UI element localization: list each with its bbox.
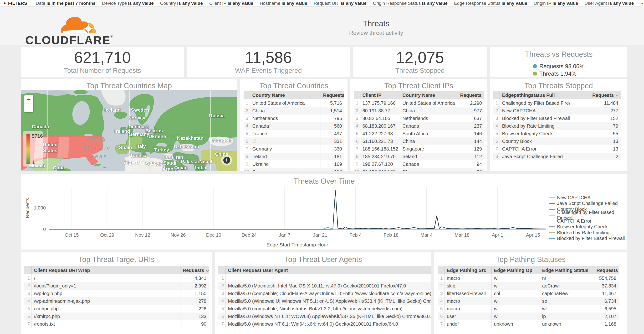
zoom-out-button[interactable]: − (24, 104, 33, 112)
country-label: Pakistan (181, 159, 200, 165)
stat-card-waf-events: 11,586 WAF Events Triggered (187, 47, 350, 77)
country-label: Uzbekistan (174, 144, 199, 150)
filter-item[interactable]: Request URIis any value (314, 1, 366, 6)
row-number: 6 (354, 137, 360, 145)
table-cell: 237 (458, 122, 484, 130)
filter-item[interactable]: Countryis any value (160, 1, 203, 6)
table-row: 5Mozilla/5.0 (compatible; Nimbostratus-B… (218, 305, 432, 312)
scale-max-value: 5716 (32, 133, 43, 139)
filter-item[interactable]: Origin Response Statusis any value (373, 1, 447, 6)
table-cell: 13 (570, 137, 621, 145)
table-cell: wl (492, 312, 540, 320)
table-cell: Challenged by Filter Based Firewall (500, 99, 570, 107)
table-row: 1061.160.247.137China90 (354, 168, 484, 171)
table-row: 3Mozilla/5.0 (compatible; CloudFlare-Alw… (218, 290, 432, 297)
row-number: 2 (244, 107, 250, 115)
chart-legend-item[interactable]: Blocked by Filter Based Firewall (549, 236, 627, 242)
info-icon[interactable]: i (221, 155, 232, 166)
column-header-label: Country Name (252, 93, 285, 98)
row-number: 1 (24, 274, 32, 282)
table-cell: 181 (320, 153, 344, 160)
chevron-down-icon (483, 93, 484, 96)
table-cell: 37,834 (594, 282, 619, 290)
filter-item[interactable]: Edge Response Statusis any value (454, 1, 527, 6)
row-number: 8 (493, 153, 500, 160)
filter-item[interactable]: Client IPis any value (209, 1, 253, 6)
chart-legend-item[interactable]: Java Script Challenge Failed (549, 201, 627, 207)
table-cell: China (250, 107, 320, 115)
filter-list: Dateis in the past 7 monthsDevice Typeis… (36, 1, 644, 6)
table-row: 3/wp-login.php1,150 (24, 290, 209, 297)
data-table: Client IPCountry NameRequests1137.175.79… (354, 91, 484, 171)
row-number: 3 (438, 290, 444, 297)
country-label: Iceland (104, 107, 121, 113)
column-header[interactable]: Requests (570, 91, 621, 99)
table-cell: 330 (320, 145, 344, 153)
filters-label: FILTERS (8, 1, 27, 6)
table-cell: United States of America (400, 99, 458, 107)
filter-item[interactable]: Hostnameis any value (260, 1, 307, 6)
table-cell: Java Script Challenge Failed (500, 153, 570, 160)
table-cell: 169 (320, 160, 344, 168)
column-header-label: Client Request User Agent (228, 268, 288, 273)
row-number: 6 (218, 312, 226, 320)
filter-item[interactable]: RayIDis any val... (640, 1, 644, 6)
table-cell: Mozilla/5.0 (compatible; Nimbostratus-Bo… (226, 305, 432, 312)
table-cell: unknown (492, 320, 540, 328)
filters-toggle[interactable]: FILTERS (4, 1, 27, 6)
card-title: Top Pathing Statuses (434, 252, 627, 265)
table-cell: captchaNew (540, 290, 594, 297)
filter-field: Hostname (260, 1, 280, 6)
table-row: 6Mozilla/5.0 (Windows NT 6.1; WOW64) App… (218, 312, 432, 320)
table-cell: Mozilla/5.0 (Windows; U; Windows NT 5.1;… (226, 297, 432, 305)
color-gradient-bar (26, 134, 30, 164)
filter-item[interactable]: User Agentis any value (585, 1, 634, 6)
x-tick-label: Oct 15 (58, 232, 86, 238)
column-header[interactable]: Requests (458, 91, 484, 99)
filter-item[interactable]: Device Typeis any value (102, 1, 154, 6)
table-cell: Blocked by Filter Based Firewall (500, 115, 570, 122)
country-label: Tunisia (130, 153, 146, 159)
table-cell: wl (492, 305, 540, 312)
scale-min-value: 1 (32, 159, 35, 165)
column-header[interactable]: Requests (594, 266, 619, 274)
row-number-header (244, 91, 250, 99)
table-cell: Ukraine (250, 160, 320, 168)
row-number: 7 (218, 320, 226, 328)
table-cell: 2,107 (594, 312, 619, 320)
cloudflare-logo: CLOUDFLARE® (25, 10, 125, 45)
legend-line-icon (549, 226, 555, 227)
legend-item: Requests 98.06% (533, 63, 584, 70)
table-cell: 112 (458, 153, 484, 160)
chart-legend-item[interactable]: New CAPTCHA (549, 195, 627, 201)
chart-legend-item[interactable]: Challenged by Filter Based Firewall (549, 212, 627, 218)
column-header: Country Name (250, 91, 320, 99)
table-cell: 795 (320, 115, 344, 122)
filter-item[interactable]: Origin IPis any value (534, 1, 578, 6)
table-cell: wl (492, 274, 540, 282)
row-number: 2 (354, 107, 360, 115)
row-number: 9 (354, 160, 360, 168)
legend-label: Threats 1.94% (539, 70, 576, 77)
table-row: 1macrowlnr554,758 (438, 274, 619, 282)
column-header[interactable]: Requests (180, 266, 209, 274)
chart-plot-area[interactable] (49, 187, 546, 229)
world-map[interactable]: CanadaUnited StatesMexicoCubaIcelandNort… (21, 90, 238, 171)
table-cell: 80.82.64.105 (360, 115, 400, 122)
table-cell: //xmlrpc.php (32, 312, 180, 320)
filter-item[interactable]: Dateis in the past 7 months (36, 1, 96, 6)
column-header-label: Client IP (362, 93, 382, 98)
chart-legend-item[interactable]: Browser Integrity Check (549, 224, 627, 230)
table-row: 3Blocked by Filter Based Firewall152 (493, 115, 621, 122)
column-header[interactable]: Requests (320, 91, 344, 99)
table-cell: Netherlands (250, 115, 320, 122)
chart-legend-label: Browser Integrity Check (557, 224, 608, 229)
chart-legend-item[interactable]: Blocked by Rate Limiting (549, 230, 627, 236)
cloud-logo-icon (56, 10, 99, 34)
row-number: 1 (493, 99, 500, 107)
filter-field: Device Type (102, 1, 127, 6)
table-row: 4Canada560 (244, 122, 344, 130)
zoom-in-button[interactable]: + (24, 95, 33, 104)
x-tick-label: Oct 29 (93, 232, 122, 238)
table-row: 260.191.38.77China977 (354, 107, 484, 115)
